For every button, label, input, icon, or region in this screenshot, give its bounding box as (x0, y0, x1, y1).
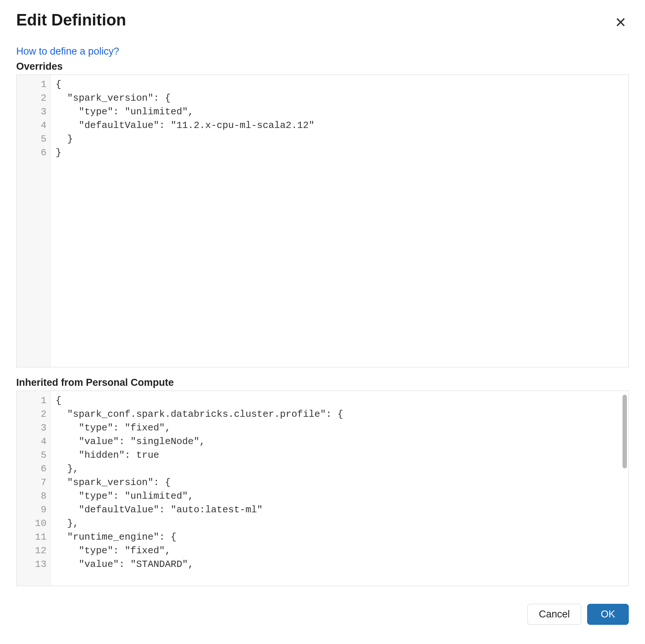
help-link[interactable]: How to define a policy? (16, 46, 119, 57)
inherited-editor: 12345678910111213 { "spark_conf.spark.da… (16, 391, 629, 586)
close-button[interactable]: ✕ (613, 13, 629, 32)
overrides-editor[interactable]: 123456 { "spark_version": { "type": "unl… (16, 75, 629, 367)
cancel-button[interactable]: Cancel (527, 604, 581, 625)
dialog-footer: Cancel OK (0, 597, 645, 636)
dialog-header: Edit Definition ✕ (16, 11, 629, 46)
inherited-code: { "spark_conf.spark.databricks.cluster.p… (50, 391, 628, 586)
overrides-gutter: 123456 (17, 75, 50, 367)
close-icon: ✕ (615, 15, 627, 30)
overrides-code[interactable]: { "spark_version": { "type": "unlimited"… (50, 75, 628, 367)
inherited-scrollbar[interactable] (623, 395, 627, 468)
overrides-label: Overrides (16, 61, 629, 72)
inherited-label: Inherited from Personal Compute (16, 377, 629, 388)
ok-button[interactable]: OK (587, 604, 629, 625)
dialog-title: Edit Definition (16, 11, 126, 29)
edit-definition-dialog: Edit Definition ✕ How to define a policy… (0, 0, 645, 597)
inherited-gutter: 12345678910111213 (17, 391, 50, 586)
